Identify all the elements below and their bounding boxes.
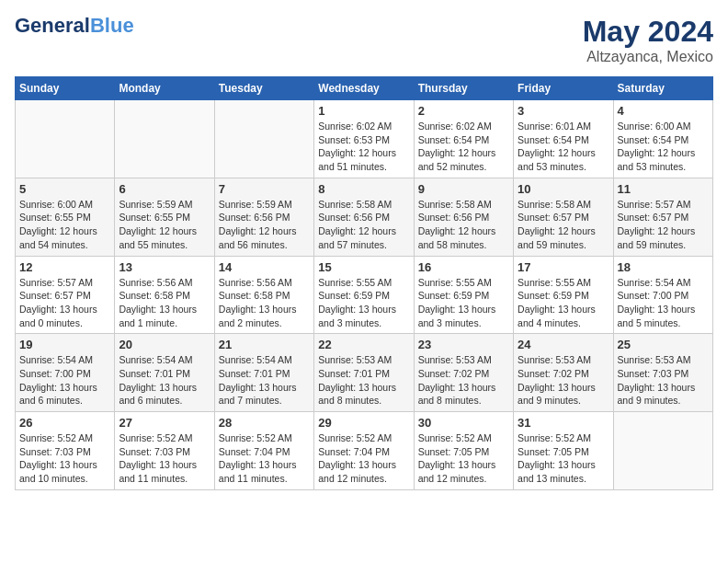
day-number: 15 <box>318 260 409 274</box>
calendar-week-row: 12Sunrise: 5:57 AMSunset: 6:57 PMDayligh… <box>16 256 713 334</box>
day-number: 20 <box>119 338 210 351</box>
day-info: Sunrise: 6:02 AMSunset: 6:53 PMDaylight:… <box>318 120 409 174</box>
day-info: Sunrise: 5:59 AMSunset: 6:56 PMDaylight:… <box>219 198 310 252</box>
day-info: Sunrise: 5:52 AMSunset: 7:05 PMDaylight:… <box>518 431 609 486</box>
calendar-cell: 26Sunrise: 5:52 AMSunset: 7:03 PMDayligh… <box>16 412 115 490</box>
day-info: Sunrise: 5:58 AMSunset: 6:56 PMDaylight:… <box>318 198 409 252</box>
day-info: Sunrise: 5:52 AMSunset: 7:05 PMDaylight:… <box>418 431 509 486</box>
weekday-header: Sunday <box>16 77 115 100</box>
day-number: 26 <box>19 416 110 430</box>
day-number: 9 <box>418 182 509 196</box>
calendar-cell: 20Sunrise: 5:54 AMSunset: 7:01 PMDayligh… <box>115 334 214 412</box>
calendar-cell: 6Sunrise: 5:59 AMSunset: 6:55 PMDaylight… <box>115 178 214 256</box>
day-number: 1 <box>318 104 409 118</box>
calendar-cell: 13Sunrise: 5:56 AMSunset: 6:58 PMDayligh… <box>115 256 214 334</box>
calendar-cell: 2Sunrise: 6:02 AMSunset: 6:54 PMDaylight… <box>414 100 513 178</box>
calendar-cell: 18Sunrise: 5:54 AMSunset: 7:00 PMDayligh… <box>613 256 712 334</box>
calendar-cell <box>16 100 115 178</box>
day-number: 8 <box>318 182 409 196</box>
day-info: Sunrise: 5:54 AMSunset: 7:00 PMDaylight:… <box>19 353 110 408</box>
calendar-cell: 3Sunrise: 6:01 AMSunset: 6:54 PMDaylight… <box>514 100 613 178</box>
day-number: 14 <box>219 260 310 274</box>
calendar-week-row: 5Sunrise: 6:00 AMSunset: 6:55 PMDaylight… <box>16 178 713 256</box>
day-info: Sunrise: 5:58 AMSunset: 6:56 PMDaylight:… <box>418 198 509 252</box>
weekday-header: Thursday <box>414 77 513 100</box>
day-number: 19 <box>19 338 110 351</box>
calendar-week-row: 26Sunrise: 5:52 AMSunset: 7:03 PMDayligh… <box>16 412 713 490</box>
calendar-cell: 27Sunrise: 5:52 AMSunset: 7:03 PMDayligh… <box>115 412 214 490</box>
logo-text: GeneralBlue <box>15 15 134 37</box>
day-number: 22 <box>318 338 409 351</box>
day-info: Sunrise: 5:53 AMSunset: 7:02 PMDaylight:… <box>418 353 509 408</box>
calendar-cell <box>214 100 313 178</box>
location-title: Altzayanca, Mexico <box>583 49 713 65</box>
calendar-cell <box>613 412 712 490</box>
calendar-cell <box>115 100 214 178</box>
day-info: Sunrise: 6:00 AMSunset: 6:55 PMDaylight:… <box>19 198 110 252</box>
calendar-cell: 16Sunrise: 5:55 AMSunset: 6:59 PMDayligh… <box>414 256 513 334</box>
calendar-cell: 1Sunrise: 6:02 AMSunset: 6:53 PMDaylight… <box>314 100 414 178</box>
page-header: GeneralBlue May 2024 Altzayanca, Mexico <box>15 15 713 65</box>
day-info: Sunrise: 5:54 AMSunset: 7:01 PMDaylight:… <box>219 353 310 408</box>
calendar-week-row: 19Sunrise: 5:54 AMSunset: 7:00 PMDayligh… <box>16 334 713 412</box>
day-info: Sunrise: 5:54 AMSunset: 7:01 PMDaylight:… <box>119 353 210 408</box>
day-number: 11 <box>618 182 709 196</box>
day-info: Sunrise: 5:52 AMSunset: 7:04 PMDaylight:… <box>219 431 310 486</box>
day-info: Sunrise: 5:55 AMSunset: 6:59 PMDaylight:… <box>518 276 609 330</box>
calendar-cell: 8Sunrise: 5:58 AMSunset: 6:56 PMDaylight… <box>314 178 414 256</box>
day-info: Sunrise: 5:52 AMSunset: 7:03 PMDaylight:… <box>119 431 210 486</box>
day-number: 3 <box>518 104 609 118</box>
day-number: 6 <box>119 182 210 196</box>
weekday-header: Friday <box>514 77 613 100</box>
day-number: 25 <box>618 338 709 351</box>
logo: GeneralBlue <box>15 15 134 37</box>
day-info: Sunrise: 5:57 AMSunset: 6:57 PMDaylight:… <box>618 198 709 252</box>
calendar-table: SundayMondayTuesdayWednesdayThursdayFrid… <box>15 76 713 490</box>
calendar-cell: 22Sunrise: 5:53 AMSunset: 7:01 PMDayligh… <box>314 334 414 412</box>
day-number: 27 <box>119 416 210 430</box>
calendar-cell: 28Sunrise: 5:52 AMSunset: 7:04 PMDayligh… <box>214 412 313 490</box>
day-number: 23 <box>418 338 509 351</box>
calendar-cell: 7Sunrise: 5:59 AMSunset: 6:56 PMDaylight… <box>214 178 313 256</box>
calendar-cell: 14Sunrise: 5:56 AMSunset: 6:58 PMDayligh… <box>214 256 313 334</box>
day-number: 29 <box>318 416 409 430</box>
weekday-header: Monday <box>115 77 214 100</box>
day-number: 17 <box>518 260 609 274</box>
day-number: 30 <box>418 416 509 430</box>
day-info: Sunrise: 5:52 AMSunset: 7:03 PMDaylight:… <box>19 431 110 486</box>
weekday-header: Wednesday <box>314 77 414 100</box>
day-number: 31 <box>518 416 609 430</box>
day-info: Sunrise: 5:53 AMSunset: 7:01 PMDaylight:… <box>318 353 409 408</box>
day-info: Sunrise: 5:54 AMSunset: 7:00 PMDaylight:… <box>618 276 709 330</box>
day-number: 28 <box>219 416 310 430</box>
weekday-header: Saturday <box>613 77 712 100</box>
title-block: May 2024 Altzayanca, Mexico <box>583 15 713 65</box>
day-info: Sunrise: 5:59 AMSunset: 6:55 PMDaylight:… <box>119 198 210 252</box>
day-info: Sunrise: 6:01 AMSunset: 6:54 PMDaylight:… <box>518 120 609 174</box>
day-number: 13 <box>119 260 210 274</box>
day-info: Sunrise: 5:53 AMSunset: 7:02 PMDaylight:… <box>518 353 609 408</box>
calendar-week-row: 1Sunrise: 6:02 AMSunset: 6:53 PMDaylight… <box>16 100 713 178</box>
calendar-cell: 24Sunrise: 5:53 AMSunset: 7:02 PMDayligh… <box>514 334 613 412</box>
calendar-header-row: SundayMondayTuesdayWednesdayThursdayFrid… <box>16 77 713 100</box>
calendar-cell: 23Sunrise: 5:53 AMSunset: 7:02 PMDayligh… <box>414 334 513 412</box>
calendar-cell: 9Sunrise: 5:58 AMSunset: 6:56 PMDaylight… <box>414 178 513 256</box>
day-info: Sunrise: 6:02 AMSunset: 6:54 PMDaylight:… <box>418 120 509 174</box>
day-info: Sunrise: 5:58 AMSunset: 6:57 PMDaylight:… <box>518 198 609 252</box>
day-info: Sunrise: 5:57 AMSunset: 6:57 PMDaylight:… <box>19 276 110 330</box>
calendar-cell: 12Sunrise: 5:57 AMSunset: 6:57 PMDayligh… <box>16 256 115 334</box>
calendar-cell: 25Sunrise: 5:53 AMSunset: 7:03 PMDayligh… <box>613 334 712 412</box>
day-number: 12 <box>19 260 110 274</box>
day-number: 7 <box>219 182 310 196</box>
month-title: May 2024 <box>583 15 713 49</box>
day-number: 5 <box>19 182 110 196</box>
calendar-cell: 5Sunrise: 6:00 AMSunset: 6:55 PMDaylight… <box>16 178 115 256</box>
day-number: 10 <box>518 182 609 196</box>
day-info: Sunrise: 5:53 AMSunset: 7:03 PMDaylight:… <box>618 353 709 408</box>
day-info: Sunrise: 6:00 AMSunset: 6:54 PMDaylight:… <box>618 120 709 174</box>
calendar-cell: 17Sunrise: 5:55 AMSunset: 6:59 PMDayligh… <box>514 256 613 334</box>
day-number: 21 <box>219 338 310 351</box>
day-number: 24 <box>518 338 609 351</box>
calendar-cell: 10Sunrise: 5:58 AMSunset: 6:57 PMDayligh… <box>514 178 613 256</box>
day-number: 4 <box>618 104 709 118</box>
